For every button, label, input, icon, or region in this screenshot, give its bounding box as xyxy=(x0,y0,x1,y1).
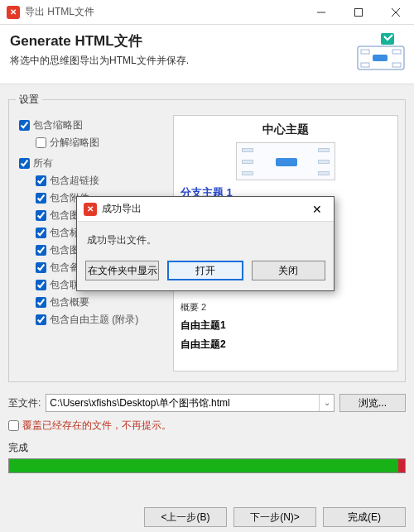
svg-rect-6 xyxy=(373,55,388,61)
app-icon: ✕ xyxy=(7,6,20,19)
app-icon: ✕ xyxy=(84,203,97,216)
minimize-button[interactable] xyxy=(302,0,339,25)
preview-free-topic-2: 自由主题2 xyxy=(181,338,391,352)
svg-rect-9 xyxy=(392,50,401,54)
checkbox-decompose-thumbnail[interactable]: 分解缩略图 xyxy=(36,136,173,150)
page-subtitle: 将选中的思维图导出为HTML文件并保存. xyxy=(10,54,404,68)
finish-button[interactable]: 完成(E) xyxy=(323,507,406,527)
preview-center-topic: 中心主题 xyxy=(181,122,391,137)
open-button[interactable]: 打开 xyxy=(167,261,243,280)
progress-label: 完成 xyxy=(8,441,406,455)
output-path-label: 至文件: xyxy=(8,396,41,410)
overwrite-label: 覆盖已经存在的文件，不再提示。 xyxy=(22,419,171,433)
dialog-titlebar: ✕ 成功导出 ✕ xyxy=(77,197,334,222)
svg-rect-1 xyxy=(354,8,362,16)
checkbox-include-summary[interactable]: 包含概要 xyxy=(36,295,173,309)
output-path-combo[interactable]: ⌄ xyxy=(46,394,335,412)
overwrite-row[interactable]: 覆盖已经存在的文件，不再提示。 xyxy=(8,419,406,433)
header-illustration xyxy=(356,31,406,73)
svg-rect-8 xyxy=(361,63,369,67)
window-titlebar: ✕ 导出 HTML文件 xyxy=(0,0,414,25)
next-button[interactable]: 下一步(N)> xyxy=(233,507,316,527)
overwrite-checkbox[interactable] xyxy=(8,420,19,431)
dialog-title: 成功导出 xyxy=(102,202,301,216)
checkbox-include-hyperlink[interactable]: 包含超链接 xyxy=(36,174,173,188)
show-in-folder-button[interactable]: 在文件夹中显示 xyxy=(85,261,159,280)
close-button[interactable]: 关闭 xyxy=(252,261,325,280)
window-title: 导出 HTML文件 xyxy=(25,5,94,19)
settings-legend: 设置 xyxy=(16,93,42,107)
preview-thumbnail xyxy=(236,142,335,180)
wizard-nav-buttons: <上一步(B) 下一步(N)> 完成(E) xyxy=(144,507,406,527)
svg-rect-10 xyxy=(392,63,401,67)
svg-rect-7 xyxy=(361,50,369,54)
maximize-button[interactable] xyxy=(339,0,377,25)
dialog-message: 成功导出文件。 xyxy=(77,222,334,254)
page-title: Generate HTML文件 xyxy=(10,31,404,50)
output-path-input[interactable] xyxy=(46,397,319,409)
output-path-row: 至文件: ⌄ 浏览... xyxy=(8,394,406,412)
browse-button[interactable]: 浏览... xyxy=(339,394,406,412)
preview-free-topic-1: 自由主题1 xyxy=(181,319,391,333)
checkbox-include-free-topic[interactable]: 包含自由主题 (附录) xyxy=(36,313,173,327)
back-button[interactable]: <上一步(B) xyxy=(144,507,227,527)
preview-summary2: 概要 2 xyxy=(181,301,391,314)
close-window-button[interactable] xyxy=(377,0,414,25)
checkbox-include-thumbnail[interactable]: 包含缩略图 xyxy=(19,118,173,132)
export-success-dialog: ✕ 成功导出 ✕ 成功导出文件。 在文件夹中显示 打开 关闭 xyxy=(76,196,335,291)
checkbox-all[interactable]: 所有 xyxy=(19,156,173,170)
chevron-down-icon[interactable]: ⌄ xyxy=(319,395,334,411)
progress-bar xyxy=(8,458,406,473)
close-icon[interactable]: ✕ xyxy=(301,203,334,216)
wizard-header: Generate HTML文件 将选中的思维图导出为HTML文件并保存. xyxy=(0,25,414,84)
